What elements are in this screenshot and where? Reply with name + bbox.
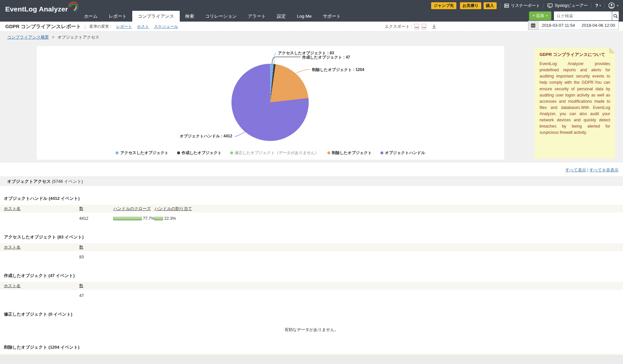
divider: |	[84, 24, 85, 29]
tab-correlation[interactable]: コリレーション	[200, 11, 242, 22]
hide-all-link[interactable]: すべてを非表示	[589, 168, 618, 172]
get-quote-button[interactable]: お見積り	[460, 2, 481, 9]
column-count[interactable]: 数	[79, 283, 113, 289]
legend-dot	[230, 151, 233, 154]
export-pdf-icon[interactable]: PDF	[414, 24, 419, 29]
legend-dot	[177, 151, 180, 154]
search-icon	[613, 14, 618, 18]
date-range-values: 2018-03-07 11:54 2018-04-06 12:00	[539, 21, 618, 30]
utility-bar: ジャンプ先 お見積り 購入 リスナーポート Syslogビューアー ? ▾	[431, 2, 618, 9]
show-all-link[interactable]: すべて表示	[565, 168, 586, 172]
export-label: エクスポート :	[385, 24, 412, 29]
column-count[interactable]: 数	[79, 245, 113, 250]
table-row[interactable]: 47	[0, 290, 623, 302]
legend-label: 削除したオブジェクト	[332, 150, 372, 156]
help-menu-button[interactable]: ? ▾	[595, 3, 601, 8]
search-button[interactable]	[612, 11, 619, 20]
buy-button[interactable]: 購入	[484, 2, 497, 9]
cell-count: 83	[79, 255, 113, 259]
subsection-title: オブジェクトハンドル (4412 イベント)	[4, 196, 623, 201]
expand-collapse-links: すべて表示 | すべてを非表示	[0, 163, 623, 173]
criteria-label: 基準の変更 :	[89, 24, 111, 29]
table-row[interactable]: 4412 77.7% 22.3%	[0, 213, 623, 224]
tab-support[interactable]: サポート	[317, 11, 346, 22]
breadcrumb: コンプライアンス概要 > オブジェクトアクセス	[7, 35, 100, 40]
chart-band: コンプライアンス概要 > オブジェクトアクセス アクセスしたオブジェクト : 8…	[0, 31, 623, 163]
column-handle-allocated[interactable]: ハンドルの割り当て	[155, 206, 623, 212]
tab-settings[interactable]: 設定	[271, 11, 291, 22]
legend-dot	[380, 151, 383, 154]
user-avatar-icon	[608, 2, 615, 9]
listener-port-button[interactable]: リスナーポート	[504, 3, 540, 9]
jump-to-button[interactable]: ジャンプ先	[431, 2, 456, 9]
legend-item-accessed-objects[interactable]: アクセスしたオブジェクト	[116, 150, 168, 156]
pie-chart-card: アクセスしたオブジェクト : 83 作成したオブジェクト : 47 削除したオブ…	[37, 46, 504, 160]
legend-item-object-handles[interactable]: オブジェクトハンドル	[380, 150, 425, 156]
main-nav: ホーム レポート コンプライアンス 検索 コリレーション アラート 設定 Log…	[79, 11, 346, 22]
calendar-button[interactable]	[528, 21, 539, 30]
legend-item-created-objects[interactable]: 作成したオブジェクト	[177, 150, 222, 156]
cell-handle-allocated: 22.3%	[155, 216, 623, 221]
export-csv-icon[interactable]: CSV	[422, 24, 426, 29]
listener-port-icon	[504, 3, 509, 8]
report-header: GDPR コンプライアンスレポート | 基準の変更 : レポート ホスト スケジ…	[0, 22, 623, 31]
legend-item-modified-objects[interactable]: 修正したオブジェクト（データがありません）	[230, 150, 319, 156]
cell-handle-closed: 77.7%	[113, 216, 155, 221]
divider	[604, 3, 605, 8]
pie-label-object-handles: オブジェクトハンドル : 4412	[180, 133, 232, 139]
table-header: ホスト名 数	[0, 282, 623, 290]
page-title: GDPR コンプライアンスレポート	[5, 24, 81, 30]
criteria-link-schedule[interactable]: スケジュール	[154, 24, 178, 29]
subsection-modified-objects: 修正したオブジェクト (0 イベント) 有効なデータがありません。	[0, 311, 623, 333]
legend-item-deleted-objects[interactable]: 削除したオブジェクト	[327, 150, 372, 156]
tab-search[interactable]: 検索	[180, 11, 200, 22]
subsection-title: 作成したオブジェクト (47 イベント)	[4, 273, 623, 279]
column-handle-closed[interactable]: ハンドルのクローズ	[113, 206, 155, 212]
date-start: 2018-03-07 11:54	[542, 23, 575, 28]
user-menu-button[interactable]: ▾	[608, 2, 618, 9]
subsection-title: 削除したオブジェクト (1204 イベント)	[4, 344, 623, 350]
column-hostname[interactable]: ホスト名	[4, 283, 79, 289]
info-panel-body: EventLog Analyzer provides predefined re…	[540, 61, 610, 136]
tab-home[interactable]: ホーム	[79, 11, 103, 22]
table-row[interactable]: 83	[0, 251, 623, 263]
add-button-label: + 追加	[533, 11, 544, 20]
section-count: (5746 イベント)	[52, 179, 83, 184]
calendar-icon	[531, 23, 536, 28]
column-count[interactable]: 数	[79, 206, 113, 212]
date-range-picker[interactable]: 2018-03-07 11:54 2018-04-06 12:00	[528, 21, 619, 30]
column-hostname[interactable]: ホスト名	[4, 206, 79, 212]
tab-compliance[interactable]: コンプライアンス	[132, 11, 180, 22]
syslog-viewer-button[interactable]: Syslogビューアー	[547, 3, 588, 9]
subsection-created-objects: 作成したオブジェクト (47 イベント) ホスト名 数 47	[0, 273, 623, 302]
criteria-link-report[interactable]: レポート	[116, 24, 132, 29]
syslog-viewer-icon	[547, 3, 553, 8]
app-logo-text: EventLog Analyzer	[5, 5, 68, 13]
table-header: ホスト名 数	[0, 243, 623, 251]
tab-reports[interactable]: レポート	[103, 11, 132, 22]
log-search-input[interactable]	[554, 11, 612, 20]
legend-label: オブジェクトハンドル	[385, 150, 425, 156]
add-button[interactable]: + 追加 ▾	[529, 11, 551, 20]
breadcrumb-current: オブジェクトアクセス	[58, 35, 100, 40]
export-group: エクスポート : PDF CSV	[385, 22, 437, 31]
column-hostname[interactable]: ホスト名	[4, 245, 79, 250]
breadcrumb-separator: >	[52, 35, 54, 40]
chevron-down-icon: ▾	[617, 4, 618, 7]
tab-logme[interactable]: Log Me	[291, 11, 317, 22]
subsection-accessed-objects: アクセスしたオブジェクト (83 イベント) ホスト名 数 83	[0, 234, 623, 263]
cell-count: 47	[79, 293, 113, 298]
criteria-link-host[interactable]: ホスト	[137, 24, 149, 29]
subsection-object-handles: オブジェクトハンドル (4412 イベント) ホスト名 数 ハンドルのクローズ …	[0, 196, 623, 224]
legend-label: 修正したオブジェクト（データがありません）	[235, 150, 319, 156]
breadcrumb-compliance-overview[interactable]: コンプライアンス概要	[7, 35, 49, 40]
log-search	[554, 11, 619, 20]
pie-label-created-objects: 作成したオブジェクト : 47	[302, 55, 350, 60]
chevron-down-icon: ▾	[546, 11, 548, 20]
logo-swirl-icon	[67, 1, 79, 13]
download-icon[interactable]	[431, 24, 437, 29]
tab-alerts[interactable]: アラート	[242, 11, 271, 22]
chart-legend: アクセスしたオブジェクト 作成したオブジェクト 修正したオブジェクト（データがあ…	[37, 150, 504, 156]
pie-chart[interactable]	[231, 64, 309, 141]
app-logo[interactable]: EventLog Analyzer	[5, 5, 79, 13]
